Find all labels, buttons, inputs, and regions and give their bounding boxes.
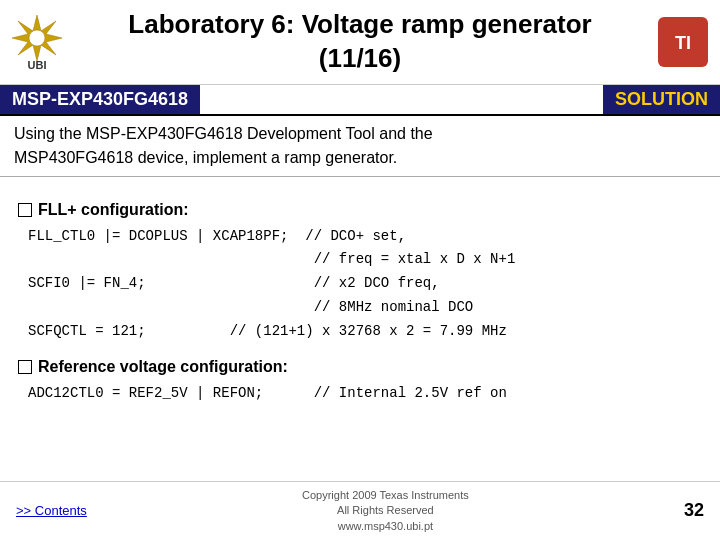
checkbox-icon-1 [18,203,32,217]
header: UBI Laboratory 6: Voltage ramp generator… [0,0,720,85]
logo-left-wrap: UBI [12,13,62,71]
copyright-line1: Copyright 2009 Texas Instruments [302,488,469,503]
copyright-block: Copyright 2009 Texas Instruments All Rig… [302,488,469,534]
ti-logo-icon: TI [658,17,708,67]
ubi-logo-icon [12,13,62,63]
section1-code: FLL_CTL0 |= DCOPLUS | XCAP18PF; // DCO+ … [28,225,702,344]
copyright-line2: All Rights Reserved [302,503,469,518]
subtitle-bar: MSP-EXP430FG4618 SOLUTION [0,85,720,116]
main-content: FLL+ configuration: FLL_CTL0 |= DCOPLUS … [0,177,720,416]
svg-point-1 [29,30,45,46]
ubi-label: UBI [28,59,47,71]
subtitle-left: MSP-EXP430FG4618 [0,85,200,114]
section2-code: ADC12CTL0 = REF2_5V | REFON; // Internal… [28,382,702,406]
description-line1: Using the MSP-EXP430FG4618 Development T… [14,122,706,146]
section2-heading-text: Reference voltage configuration: [38,358,288,376]
svg-text:TI: TI [675,33,691,53]
description-line2: MSP430FG4618 device, implement a ramp ge… [14,146,706,170]
page-number: 32 [684,500,704,521]
contents-link[interactable]: >> Contents [16,503,87,518]
section1-heading-text: FLL+ configuration: [38,201,189,219]
section2-heading: Reference voltage configuration: [18,358,702,376]
subtitle-right: SOLUTION [603,85,720,114]
section1-heading: FLL+ configuration: [18,201,702,219]
page-title: Laboratory 6: Voltage ramp generator (11… [62,8,658,76]
copyright-line3: www.msp430.ubi.pt [302,519,469,534]
footer: >> Contents Copyright 2009 Texas Instrum… [0,481,720,540]
description-block: Using the MSP-EXP430FG4618 Development T… [0,116,720,177]
checkbox-icon-2 [18,360,32,374]
